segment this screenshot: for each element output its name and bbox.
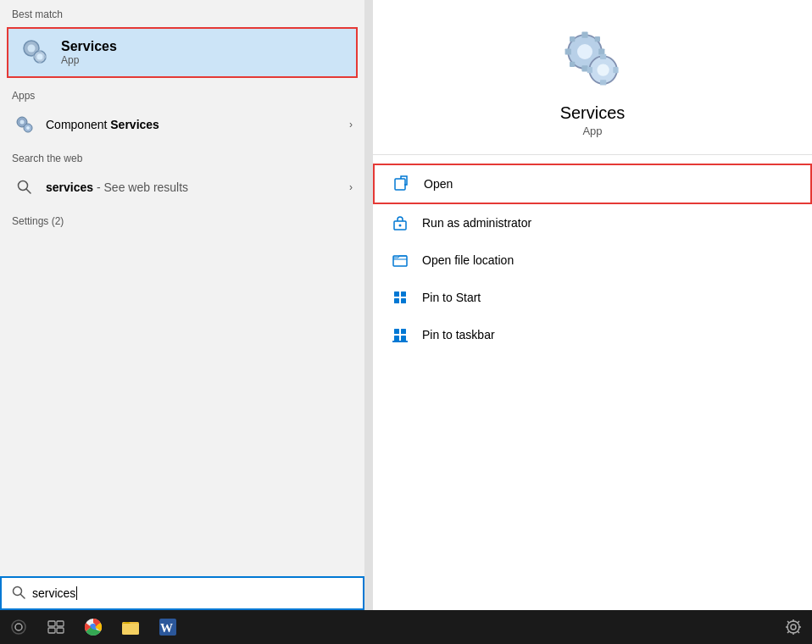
web-chevron: › xyxy=(349,181,353,193)
svg-rect-22 xyxy=(570,36,575,42)
apps-chevron: › xyxy=(349,119,353,130)
web-search-item[interactable]: services - See web results › xyxy=(0,168,364,207)
svg-rect-38 xyxy=(394,298,399,303)
pin-taskbar-label: Pin to taskbar xyxy=(422,328,495,341)
file-location-label: Open file location xyxy=(422,253,514,267)
svg-line-13 xyxy=(26,189,31,193)
settings-icon[interactable] xyxy=(775,610,812,644)
file-location-icon xyxy=(390,250,410,270)
apps-label: Apps xyxy=(0,81,364,105)
best-match-sub: App xyxy=(61,54,117,66)
pin-to-taskbar-item[interactable]: Pin to taskbar xyxy=(373,316,812,353)
best-match-title: Services xyxy=(61,39,117,54)
svg-point-11 xyxy=(26,126,30,130)
svg-rect-50 xyxy=(57,628,64,633)
svg-line-64 xyxy=(798,621,799,623)
cortana-button[interactable] xyxy=(0,610,37,644)
svg-rect-28 xyxy=(600,54,606,59)
svg-rect-30 xyxy=(587,67,592,73)
open-action-item[interactable]: Open xyxy=(373,164,812,204)
svg-text:W: W xyxy=(160,621,173,635)
search-input-value[interactable]: services xyxy=(32,586,75,600)
text-cursor xyxy=(76,586,77,600)
svg-rect-43 xyxy=(401,336,406,341)
admin-icon xyxy=(390,213,410,233)
search-icon xyxy=(12,175,37,200)
svg-rect-24 xyxy=(570,62,575,67)
svg-rect-37 xyxy=(401,291,406,297)
search-bar-icon xyxy=(12,586,25,602)
svg-rect-7 xyxy=(44,56,47,58)
svg-line-15 xyxy=(21,594,25,598)
svg-rect-5 xyxy=(39,61,42,64)
pin-start-icon xyxy=(390,287,410,308)
task-view-button[interactable] xyxy=(37,610,75,644)
search-bar[interactable]: services xyxy=(0,576,364,610)
svg-rect-48 xyxy=(57,621,64,626)
svg-line-62 xyxy=(787,621,789,623)
svg-point-34 xyxy=(399,225,402,227)
svg-rect-41 xyxy=(401,329,406,334)
svg-rect-21 xyxy=(598,48,604,54)
taskbar: W xyxy=(0,610,812,644)
svg-rect-6 xyxy=(33,56,36,58)
open-label: Open xyxy=(424,177,453,191)
right-app-type: App xyxy=(582,125,602,137)
best-match-item[interactable]: Services App xyxy=(7,27,358,78)
svg-point-45 xyxy=(12,620,25,634)
settings-label: Settings (2) xyxy=(0,207,364,230)
pin-taskbar-icon xyxy=(390,325,410,345)
svg-rect-40 xyxy=(394,329,399,334)
svg-point-9 xyxy=(20,120,25,125)
svg-rect-44 xyxy=(392,341,408,342)
svg-rect-42 xyxy=(394,336,399,341)
svg-point-17 xyxy=(577,44,592,59)
svg-rect-18 xyxy=(581,32,587,38)
component-services-item[interactable]: Component Services › xyxy=(0,105,364,144)
file-explorer-icon[interactable] xyxy=(112,610,149,644)
apps-item-label: Component Services xyxy=(46,118,349,131)
right-header: Services App xyxy=(373,0,812,155)
svg-rect-23 xyxy=(595,36,600,42)
svg-point-57 xyxy=(791,625,796,630)
svg-rect-4 xyxy=(39,50,42,53)
chrome-icon[interactable] xyxy=(75,610,112,644)
svg-point-1 xyxy=(28,45,36,53)
svg-rect-36 xyxy=(394,291,399,297)
open-icon xyxy=(392,174,412,194)
run-as-admin-item[interactable]: Run as administrator xyxy=(373,204,812,242)
web-label: Search the web xyxy=(0,144,364,168)
svg-rect-49 xyxy=(48,628,55,633)
component-services-icon xyxy=(12,112,37,137)
services-icon-small xyxy=(19,36,53,69)
svg-line-63 xyxy=(798,631,799,633)
left-panel: Best match Services App Apps xyxy=(0,0,364,610)
svg-rect-20 xyxy=(565,48,571,54)
svg-rect-31 xyxy=(613,67,618,73)
word-icon[interactable]: W xyxy=(149,610,186,644)
svg-rect-47 xyxy=(48,621,55,626)
admin-label: Run as administrator xyxy=(422,216,531,230)
right-panel: Services App Open Run as adminis xyxy=(373,0,812,610)
best-match-label: Best match xyxy=(0,0,364,24)
svg-point-46 xyxy=(15,624,22,630)
svg-point-3 xyxy=(37,54,43,60)
svg-rect-19 xyxy=(581,65,587,71)
svg-rect-39 xyxy=(401,298,406,303)
right-app-name: Services xyxy=(560,103,626,123)
open-file-location-item[interactable]: Open file location xyxy=(373,242,812,279)
svg-point-27 xyxy=(597,64,609,75)
svg-line-65 xyxy=(787,631,789,633)
svg-rect-29 xyxy=(600,80,606,85)
pin-start-label: Pin to Start xyxy=(422,291,481,304)
panel-divider xyxy=(364,0,373,644)
svg-rect-32 xyxy=(395,179,405,190)
web-item-label: services - See web results xyxy=(46,180,349,194)
pin-to-start-item[interactable]: Pin to Start xyxy=(373,279,812,316)
right-actions: Open Run as administrator xyxy=(373,155,812,362)
services-app-icon xyxy=(559,25,626,93)
